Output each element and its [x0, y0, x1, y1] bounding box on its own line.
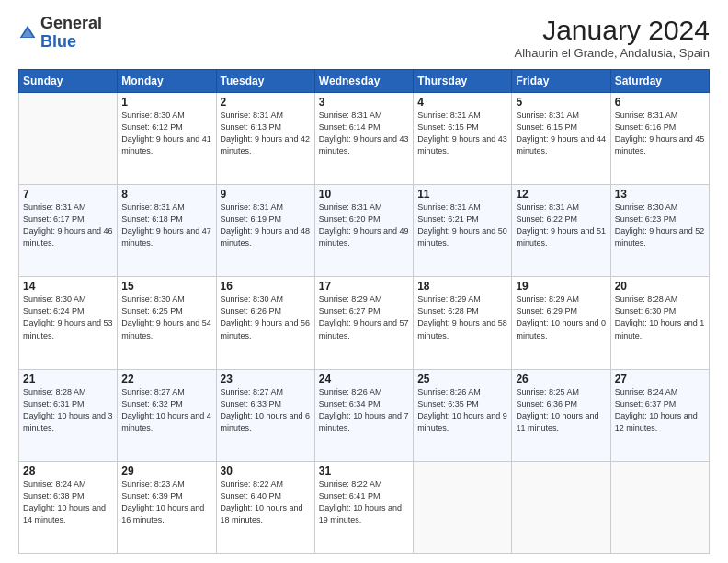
table-row: 3Sunrise: 8:31 AMSunset: 6:14 PMDaylight…: [314, 93, 413, 185]
table-row: 14Sunrise: 8:30 AMSunset: 6:24 PMDayligh…: [19, 277, 118, 369]
table-row: [610, 461, 709, 553]
day-number: 27: [615, 373, 705, 385]
day-number: 25: [417, 373, 507, 385]
table-row: 29Sunrise: 8:23 AMSunset: 6:39 PMDayligh…: [118, 461, 216, 553]
day-number: 18: [417, 280, 507, 293]
day-info: Sunrise: 8:23 AMSunset: 6:39 PMDaylight:…: [121, 478, 211, 526]
table-row: 22Sunrise: 8:27 AMSunset: 6:32 PMDayligh…: [118, 369, 216, 461]
day-info: Sunrise: 8:31 AMSunset: 6:22 PMDaylight:…: [516, 201, 606, 249]
location: Alhaurin el Grande, Andalusia, Spain: [515, 46, 710, 60]
day-info: Sunrise: 8:30 AMSunset: 6:25 PMDaylight:…: [121, 293, 211, 341]
day-info: Sunrise: 8:29 AMSunset: 6:28 PMDaylight:…: [417, 293, 507, 341]
day-number: 21: [23, 373, 113, 385]
day-number: 29: [121, 465, 211, 477]
table-row: 30Sunrise: 8:22 AMSunset: 6:40 PMDayligh…: [216, 461, 314, 553]
table-row: 1Sunrise: 8:30 AMSunset: 6:12 PMDaylight…: [118, 93, 216, 185]
table-row: 25Sunrise: 8:26 AMSunset: 6:35 PMDayligh…: [414, 369, 512, 461]
day-info: Sunrise: 8:26 AMSunset: 6:35 PMDaylight:…: [417, 386, 507, 434]
day-number: 17: [319, 280, 409, 293]
day-info: Sunrise: 8:30 AMSunset: 6:26 PMDaylight:…: [221, 293, 311, 341]
table-row: 4Sunrise: 8:31 AMSunset: 6:15 PMDaylight…: [414, 93, 512, 185]
day-number: 14: [23, 280, 113, 293]
day-info: Sunrise: 8:24 AMSunset: 6:38 PMDaylight:…: [23, 478, 113, 526]
table-row: 27Sunrise: 8:24 AMSunset: 6:37 PMDayligh…: [610, 369, 709, 461]
calendar-page: General Blue January 2024 Alhaurin el Gr…: [0, 0, 728, 563]
table-row: 9Sunrise: 8:31 AMSunset: 6:19 PMDaylight…: [216, 185, 314, 277]
day-number: 9: [221, 188, 311, 201]
day-number: 24: [319, 373, 409, 385]
day-info: Sunrise: 8:31 AMSunset: 6:19 PMDaylight:…: [221, 201, 311, 249]
day-info: Sunrise: 8:31 AMSunset: 6:13 PMDaylight:…: [221, 109, 311, 157]
col-tuesday: Tuesday: [216, 70, 314, 93]
table-row: [19, 93, 118, 185]
table-row: 26Sunrise: 8:25 AMSunset: 6:36 PMDayligh…: [512, 369, 610, 461]
day-number: 13: [615, 188, 705, 201]
day-info: Sunrise: 8:25 AMSunset: 6:36 PMDaylight:…: [516, 386, 606, 434]
table-row: 19Sunrise: 8:29 AMSunset: 6:29 PMDayligh…: [512, 277, 610, 369]
table-row: [414, 461, 512, 553]
day-number: 1: [121, 96, 211, 109]
day-number: 15: [121, 280, 211, 293]
day-info: Sunrise: 8:31 AMSunset: 6:20 PMDaylight:…: [319, 201, 409, 249]
day-info: Sunrise: 8:30 AMSunset: 6:12 PMDaylight:…: [121, 109, 211, 157]
table-row: [512, 461, 610, 553]
day-number: 6: [615, 96, 705, 109]
table-row: 16Sunrise: 8:30 AMSunset: 6:26 PMDayligh…: [216, 277, 314, 369]
day-number: 22: [121, 373, 211, 385]
day-info: Sunrise: 8:27 AMSunset: 6:33 PMDaylight:…: [221, 386, 311, 434]
day-info: Sunrise: 8:24 AMSunset: 6:37 PMDaylight:…: [615, 386, 705, 434]
table-row: 24Sunrise: 8:26 AMSunset: 6:34 PMDayligh…: [314, 369, 413, 461]
day-number: 11: [417, 188, 507, 201]
table-row: 13Sunrise: 8:30 AMSunset: 6:23 PMDayligh…: [610, 185, 709, 277]
day-info: Sunrise: 8:29 AMSunset: 6:29 PMDaylight:…: [516, 293, 606, 341]
day-info: Sunrise: 8:31 AMSunset: 6:16 PMDaylight:…: [615, 109, 705, 157]
day-info: Sunrise: 8:31 AMSunset: 6:15 PMDaylight:…: [417, 109, 507, 157]
logo-blue: Blue: [40, 32, 76, 51]
day-number: 16: [221, 280, 311, 293]
table-row: 20Sunrise: 8:28 AMSunset: 6:30 PMDayligh…: [610, 277, 709, 369]
day-info: Sunrise: 8:31 AMSunset: 6:14 PMDaylight:…: [319, 109, 409, 157]
calendar-week-row: 28Sunrise: 8:24 AMSunset: 6:38 PMDayligh…: [19, 461, 710, 553]
day-number: 2: [221, 96, 311, 109]
table-row: 18Sunrise: 8:29 AMSunset: 6:28 PMDayligh…: [414, 277, 512, 369]
logo: General Blue: [18, 15, 102, 52]
table-row: 21Sunrise: 8:28 AMSunset: 6:31 PMDayligh…: [19, 369, 118, 461]
day-info: Sunrise: 8:22 AMSunset: 6:41 PMDaylight:…: [319, 478, 409, 526]
day-number: 26: [516, 373, 606, 385]
day-number: 12: [516, 188, 606, 201]
day-info: Sunrise: 8:29 AMSunset: 6:27 PMDaylight:…: [319, 293, 409, 341]
day-number: 31: [319, 465, 409, 477]
table-row: 11Sunrise: 8:31 AMSunset: 6:21 PMDayligh…: [414, 185, 512, 277]
table-row: 28Sunrise: 8:24 AMSunset: 6:38 PMDayligh…: [19, 461, 118, 553]
day-info: Sunrise: 8:28 AMSunset: 6:30 PMDaylight:…: [615, 293, 705, 341]
table-row: 12Sunrise: 8:31 AMSunset: 6:22 PMDayligh…: [512, 185, 610, 277]
col-saturday: Saturday: [610, 70, 709, 93]
day-info: Sunrise: 8:30 AMSunset: 6:24 PMDaylight:…: [23, 293, 113, 341]
day-number: 10: [319, 188, 409, 201]
calendar-week-row: 21Sunrise: 8:28 AMSunset: 6:31 PMDayligh…: [19, 369, 710, 461]
logo-text: General Blue: [40, 15, 102, 52]
day-info: Sunrise: 8:31 AMSunset: 6:18 PMDaylight:…: [121, 201, 211, 249]
table-row: 7Sunrise: 8:31 AMSunset: 6:17 PMDaylight…: [19, 185, 118, 277]
table-row: 17Sunrise: 8:29 AMSunset: 6:27 PMDayligh…: [314, 277, 413, 369]
day-number: 3: [319, 96, 409, 109]
table-row: 5Sunrise: 8:31 AMSunset: 6:15 PMDaylight…: [512, 93, 610, 185]
table-row: 8Sunrise: 8:31 AMSunset: 6:18 PMDaylight…: [118, 185, 216, 277]
title-block: January 2024 Alhaurin el Grande, Andalus…: [515, 15, 710, 60]
day-info: Sunrise: 8:27 AMSunset: 6:32 PMDaylight:…: [121, 386, 211, 434]
calendar-week-row: 7Sunrise: 8:31 AMSunset: 6:17 PMDaylight…: [19, 185, 710, 277]
calendar-week-row: 1Sunrise: 8:30 AMSunset: 6:12 PMDaylight…: [19, 93, 710, 185]
table-row: 15Sunrise: 8:30 AMSunset: 6:25 PMDayligh…: [118, 277, 216, 369]
day-number: 28: [23, 465, 113, 477]
table-row: 31Sunrise: 8:22 AMSunset: 6:41 PMDayligh…: [314, 461, 413, 553]
col-monday: Monday: [118, 70, 216, 93]
day-info: Sunrise: 8:31 AMSunset: 6:17 PMDaylight:…: [23, 201, 113, 249]
day-info: Sunrise: 8:31 AMSunset: 6:21 PMDaylight:…: [417, 201, 507, 249]
calendar-table: Sunday Monday Tuesday Wednesday Thursday…: [18, 69, 710, 554]
col-thursday: Thursday: [414, 70, 512, 93]
day-info: Sunrise: 8:22 AMSunset: 6:40 PMDaylight:…: [221, 478, 311, 526]
day-number: 4: [417, 96, 507, 109]
day-info: Sunrise: 8:28 AMSunset: 6:31 PMDaylight:…: [23, 386, 113, 434]
logo-general: General: [40, 14, 102, 32]
col-wednesday: Wednesday: [314, 70, 413, 93]
